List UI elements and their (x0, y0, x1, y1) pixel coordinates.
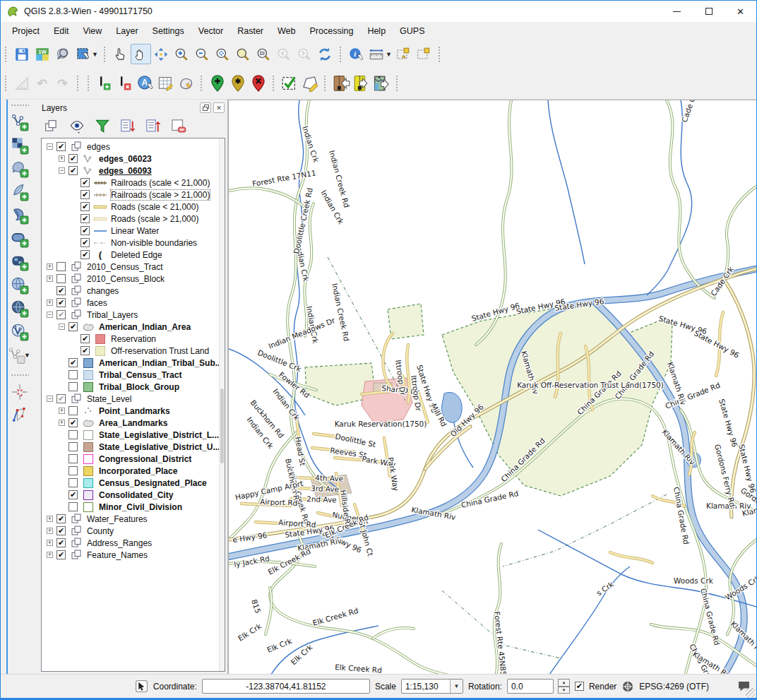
maximize-button[interactable] (693, 1, 725, 22)
layer-row-point-landmarks[interactable]: +Point_Landmarks (43, 405, 225, 417)
crs-label[interactable]: EPSG:4269 (OTF) (639, 682, 709, 692)
refresh-button[interactable] (315, 44, 335, 64)
toolbar-grip[interactable] (395, 75, 399, 92)
attribute-table-button[interactable] (155, 73, 176, 94)
tree-expander[interactable]: + (59, 155, 65, 162)
rotation-down-button[interactable]: ▼ (558, 687, 570, 694)
current-edits-button[interactable] (11, 73, 32, 94)
layers-scrollbar[interactable] (219, 138, 225, 671)
layer-row-water-features[interactable]: +✔Water_Features (43, 513, 225, 525)
scale-combo-caret[interactable]: ▼ (450, 680, 463, 693)
menu-raster[interactable]: Raster (230, 23, 270, 39)
toolbar-grip[interactable] (11, 374, 29, 377)
layer-visibility-checkbox[interactable]: ✔ (68, 358, 78, 367)
layer-row-consolidated-city[interactable]: ✔Consolidated_City (43, 489, 225, 501)
toolbar-grip[interactable] (323, 75, 327, 92)
layer-row-state-legislative-district-l[interactable]: State_Legislative_District_L... (43, 429, 225, 441)
layer-row-off-reservation-trust-land[interactable]: ✔Off-reservation Trust Land (43, 345, 225, 357)
toolbar-grip[interactable] (200, 75, 203, 92)
remove-layer-button[interactable] (169, 117, 188, 136)
tree-expander[interactable]: + (47, 275, 53, 282)
add-edge-button[interactable] (94, 73, 114, 94)
scale-combo[interactable]: 1:15,130▼ (401, 679, 463, 694)
layer-visibility-checkbox[interactable]: ✔ (81, 214, 90, 223)
layer-row-railroads-scale-21-000[interactable]: ✔Railroads (scale < 21,000) (43, 177, 225, 189)
delete-point-landmark-button[interactable] (248, 73, 268, 94)
layer-row-census-designated-place[interactable]: Census_Designated_Place (43, 477, 225, 489)
menu-project[interactable]: Project (5, 23, 47, 39)
layer-visibility-checkbox[interactable] (68, 478, 78, 487)
add-wfs-layer-button[interactable] (8, 320, 32, 343)
layer-row-tribal-census-tract[interactable]: Tribal_Census_Tract (43, 369, 225, 381)
layer-row-edges-06023[interactable]: +✔edges_06023 (43, 153, 225, 165)
mouse-position-icon[interactable] (135, 680, 148, 693)
add-raster-layer-button[interactable] (8, 134, 32, 157)
scrollbar-thumb[interactable] (220, 388, 224, 463)
toolbar-grip[interactable] (76, 75, 80, 92)
menu-edit[interactable]: Edit (47, 23, 76, 39)
close-button[interactable]: ✕ (725, 1, 756, 22)
layer-row-2010-census-block[interactable]: +2010_Census_Block (43, 273, 225, 285)
layer-row-incorporated-place[interactable]: Incorporated_Place (43, 465, 225, 477)
layer-visibility-checkbox[interactable] (56, 262, 66, 271)
menu-layer[interactable]: Layer (109, 23, 145, 39)
layer-visibility-checkbox[interactable]: ✔ (81, 334, 90, 343)
render-checkbox[interactable]: ✔ (575, 682, 584, 691)
layer-visibility-checkbox[interactable]: ✔ (68, 418, 78, 427)
zoom-to-layer-button[interactable] (254, 44, 274, 64)
search-globe-button[interactable] (52, 44, 73, 64)
menu-processing[interactable]: Processing (303, 23, 361, 39)
tree-expander[interactable]: + (47, 552, 53, 558)
select-dropdown-caret[interactable]: ▼ (92, 51, 98, 58)
undo-button[interactable]: ↶ (32, 73, 52, 94)
layer-row-faces[interactable]: +✔faces (43, 297, 225, 309)
layer-visibility-checkbox[interactable] (68, 442, 78, 451)
tree-expander[interactable]: − (59, 324, 65, 330)
add-wms-layer-button[interactable] (8, 273, 32, 297)
manage-visibility-button[interactable] (67, 117, 86, 136)
layer-visibility-checkbox[interactable]: ✔ (56, 298, 66, 307)
tree-expander[interactable]: + (47, 516, 53, 522)
layer-visibility-checkbox[interactable] (68, 454, 78, 463)
zoom-last-button[interactable] (274, 44, 294, 64)
layer-visibility-checkbox[interactable] (56, 274, 66, 283)
add-point-landmark-button[interactable] (207, 73, 227, 94)
zoom-to-selection-button[interactable] (233, 44, 254, 64)
topology-edit-button[interactable] (8, 403, 32, 427)
toolbar-grip[interactable] (438, 46, 441, 63)
layer-visibility-checkbox[interactable] (68, 406, 78, 415)
toolbar-grip[interactable] (339, 46, 342, 63)
zoom-out-button[interactable] (192, 44, 213, 64)
layer-visibility-checkbox[interactable]: ✔ (81, 250, 90, 259)
toolbar-grip[interactable] (4, 46, 8, 63)
tree-expander[interactable]: − (47, 396, 53, 402)
layer-row-state-legislative-district-u[interactable]: State_Legislative_District_U... (43, 441, 225, 453)
layer-row-feature-names[interactable]: +✔Feature_Names (43, 549, 225, 561)
menu-web[interactable]: Web (270, 23, 302, 39)
tree-expander[interactable]: − (59, 167, 65, 174)
layer-visibility-checkbox[interactable]: ✔ (81, 226, 90, 235)
layer-row-2010-census-tract[interactable]: +2010_Census_Tract (43, 261, 225, 273)
crs-globe-icon[interactable] (621, 680, 634, 693)
gups-map-button[interactable]: 1W (32, 44, 52, 64)
layer-visibility-checkbox[interactable] (68, 466, 78, 475)
minimize-button[interactable] (661, 1, 693, 22)
rotation-input[interactable]: 0.0 (507, 679, 554, 694)
layer-row-roads-scale-21-000[interactable]: ✔Roads (scale < 21,000) (43, 201, 225, 213)
export-zip-button[interactable] (351, 73, 371, 94)
validate-button[interactable] (279, 73, 299, 94)
add-oracle-layer-button[interactable] (8, 227, 32, 250)
layer-row-roads-scale-21-000[interactable]: ✔Roads (scale > 21,000) (43, 213, 225, 225)
layer-visibility-checkbox[interactable]: ✔ (81, 238, 90, 247)
tree-expander[interactable]: + (59, 408, 65, 414)
layer-visibility-checkbox[interactable]: ✔ (56, 142, 66, 151)
toolbar-grip[interactable] (272, 75, 275, 92)
layer-visibility-checkbox[interactable] (68, 430, 78, 439)
layer-visibility-checkbox[interactable]: ✔ (68, 490, 78, 499)
layer-row-edges[interactable]: −✔edges (43, 141, 225, 153)
rotation-up-button[interactable]: ▲ (558, 679, 570, 687)
layer-row-railroads-scale-21-000[interactable]: ✔Railroads (scale > 21,000) (43, 189, 225, 201)
layer-row-changes[interactable]: ✔changes (43, 285, 225, 297)
tree-expander[interactable]: + (47, 263, 53, 270)
menu-view[interactable]: View (76, 23, 109, 39)
